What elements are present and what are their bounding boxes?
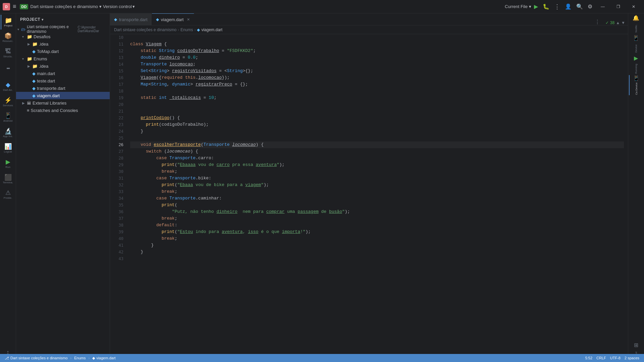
tree-item-scratches[interactable]: ▶ ≡ Scratches and Consoles bbox=[16, 107, 110, 114]
line-num-37: 37 bbox=[110, 215, 127, 222]
sidebar-header[interactable]: Project ▾ bbox=[16, 13, 110, 25]
project-name[interactable]: Dart sintaxe coleções e dinamismo bbox=[30, 4, 98, 9]
tree-item-transporte[interactable]: ▶ ◆ transporte.dart bbox=[16, 84, 110, 92]
idea1-icon: 📁 bbox=[32, 42, 38, 47]
running-icon: ▶ bbox=[634, 55, 638, 61]
sidebar-item-services[interactable]: ⚡ Services bbox=[1, 95, 15, 109]
tree-item-main[interactable]: ▶ ◆ main.dart bbox=[16, 70, 110, 77]
layout-icon: ⊞ bbox=[634, 342, 638, 348]
appinsp-icon: 🔬 bbox=[4, 128, 12, 134]
code-editor[interactable]: class Viagem { static String codigoDoTra… bbox=[127, 34, 624, 362]
sidebar-item-terminal[interactable]: ⬛ Termina. bbox=[1, 172, 15, 186]
tree-item-tomap[interactable]: ▶ ◆ ToMap.dart bbox=[16, 48, 110, 55]
sidebar-title: Project bbox=[20, 17, 40, 22]
external-name: External Libraries bbox=[33, 101, 66, 106]
sidebar-item-resources[interactable]: 📦 Resourc. bbox=[1, 30, 15, 45]
status-encoding[interactable]: UTF-8 bbox=[608, 354, 623, 362]
settings-icon[interactable]: ⚙ bbox=[588, 3, 592, 10]
more-options-button[interactable]: ⋮ bbox=[554, 3, 560, 10]
tomap-expand: ▶ bbox=[28, 50, 32, 53]
code-line-17: Map<String, dynamic> registrarPreco = {}… bbox=[130, 81, 624, 88]
maximize-button[interactable]: ❐ bbox=[610, 0, 626, 13]
running-label: Running bbox=[635, 62, 638, 75]
project-tree: ▾ 🗁 Dart sintaxe coleções e dinamismo C:… bbox=[16, 25, 110, 360]
project-icon: 📁 bbox=[5, 17, 12, 23]
device2-label: Ca Device bbox=[635, 82, 638, 95]
check-icon: ✓ bbox=[605, 20, 609, 25]
line-num-22: 22 bbox=[110, 115, 127, 121]
viagem-expand: ▶ bbox=[28, 94, 32, 98]
project-dropdown[interactable]: ▾ bbox=[99, 4, 102, 9]
line-num-20: 20 bbox=[110, 101, 127, 108]
sidebar-item-logcat[interactable]: 📊 Logcat bbox=[1, 141, 15, 156]
structure-icon: 🏗 bbox=[5, 48, 11, 54]
profile-icon[interactable]: 👤 bbox=[565, 3, 572, 10]
code-line-33: break; bbox=[130, 188, 624, 195]
external-expand: ▶ bbox=[22, 101, 27, 105]
code-line-24: } bbox=[130, 128, 624, 135]
tree-item-teste[interactable]: ▶ ◆ teste.dart bbox=[16, 77, 110, 84]
hamburger-menu[interactable]: ≡ bbox=[13, 3, 16, 10]
status-path2[interactable]: ◆ viagem.dart bbox=[90, 354, 117, 362]
tab-bar-actions: ⋮ bbox=[595, 19, 603, 25]
status-indent[interactable]: 2 spaces bbox=[623, 354, 641, 362]
minimize-button[interactable]: — bbox=[595, 0, 610, 13]
status-git-branch[interactable]: ⎇ Dart sintaxe coleções e dinamismo bbox=[3, 354, 70, 362]
run-button[interactable]: ▶ bbox=[534, 3, 538, 10]
logcat-label: Logcat bbox=[4, 150, 12, 153]
tree-item-idea2[interactable]: ▶ 📁 .idea bbox=[16, 62, 110, 70]
sidebar-item-structure[interactable]: 🏗 Structu. bbox=[1, 46, 15, 60]
search-icon[interactable]: 🔍 bbox=[576, 3, 583, 10]
sidebar-item-run[interactable]: ▶ Run bbox=[1, 156, 15, 171]
tree-item-external[interactable]: ▶ 🏛 External Libraries bbox=[16, 99, 110, 107]
sidebar-item-more[interactable]: ••• bbox=[1, 61, 15, 76]
current-file-arrow: ▾ bbox=[529, 4, 531, 9]
tree-item-root[interactable]: ▾ 🗁 Dart sintaxe coleções e dinamismo C:… bbox=[16, 25, 110, 33]
line-num-19: 19 bbox=[110, 95, 127, 101]
version-control-btn[interactable]: Version control bbox=[103, 4, 132, 9]
sidebar-item-project[interactable]: 📁 Project bbox=[1, 15, 15, 29]
tree-item-enums[interactable]: ▾ 📁 Enums bbox=[16, 55, 110, 62]
right-item-running[interactable]: ▶ Running bbox=[629, 55, 644, 75]
right-item-notific[interactable]: 🔔 Notific. bbox=[629, 15, 644, 35]
line-num-30: 30 bbox=[110, 168, 127, 175]
code-line-30: break; bbox=[130, 168, 624, 175]
terminal-label: Termina. bbox=[3, 181, 13, 184]
tab-more-icon[interactable]: ⋮ bbox=[595, 19, 600, 25]
sidebar-item-dart[interactable]: ◆ Dart An. bbox=[1, 79, 15, 94]
viagem-tab-close[interactable]: ✕ bbox=[187, 17, 190, 22]
close-button[interactable]: ✕ bbox=[626, 0, 641, 13]
sidebar-item-problems[interactable]: ⚠ Proble. bbox=[1, 187, 15, 202]
breadcrumb-root[interactable]: Dart sintaxe coleções e dinamismo bbox=[114, 27, 176, 32]
code-line-16: Viagem({required this.locomocao}); bbox=[130, 74, 624, 81]
line-num-29: 29 bbox=[110, 162, 127, 168]
status-path1[interactable]: Enums bbox=[72, 354, 88, 362]
status-line-sep[interactable]: CRLF bbox=[594, 354, 608, 362]
status-position[interactable]: 5:52 bbox=[583, 354, 594, 362]
sidebar-item-appinsp[interactable]: 🔬 App Ins. bbox=[1, 125, 15, 140]
code-line-41: } bbox=[130, 242, 624, 249]
idea2-icon: 📁 bbox=[32, 64, 38, 69]
tab-transporte[interactable]: ◆ transporte.dart bbox=[110, 13, 152, 25]
breadcrumb-viagem[interactable]: ◆ viagem.dart bbox=[197, 27, 222, 32]
tree-item-idea1[interactable]: ▶ 📁 .idea bbox=[16, 40, 110, 48]
tab-viagem[interactable]: ◆ viagem.dart ✕ bbox=[152, 13, 195, 25]
editor-scrollbar[interactable] bbox=[624, 34, 628, 362]
up-arrow-icon[interactable]: ▲ bbox=[616, 20, 620, 25]
teste-expand: ▶ bbox=[28, 79, 32, 83]
version-control-arrow[interactable]: ▾ bbox=[132, 4, 135, 9]
debug-button[interactable]: 🐛 bbox=[543, 3, 549, 10]
right-item-device2[interactable]: 📱 Ca Device bbox=[629, 75, 644, 95]
tree-item-desafios[interactable]: ▾ 📁 Desafios bbox=[16, 33, 110, 40]
right-item-device1[interactable]: 📱 Device bbox=[629, 35, 644, 55]
code-line-43 bbox=[130, 255, 624, 262]
project-sidebar: Project ▾ ▾ 🗁 Dart sintaxe coleções e di… bbox=[16, 13, 110, 362]
line-num-18: 18 bbox=[110, 88, 127, 95]
project-label: Project bbox=[4, 24, 12, 27]
tree-item-viagem[interactable]: ▶ ◆ viagem.dart bbox=[16, 92, 110, 99]
down-arrow-icon[interactable]: ▼ bbox=[621, 20, 625, 25]
sidebar-item-android[interactable]: 📱 Android bbox=[1, 110, 15, 125]
breadcrumb-enums[interactable]: Enums bbox=[180, 27, 193, 32]
current-file-selector[interactable]: Current File ▾ bbox=[505, 4, 531, 9]
line-num-17: 17 bbox=[110, 81, 127, 88]
